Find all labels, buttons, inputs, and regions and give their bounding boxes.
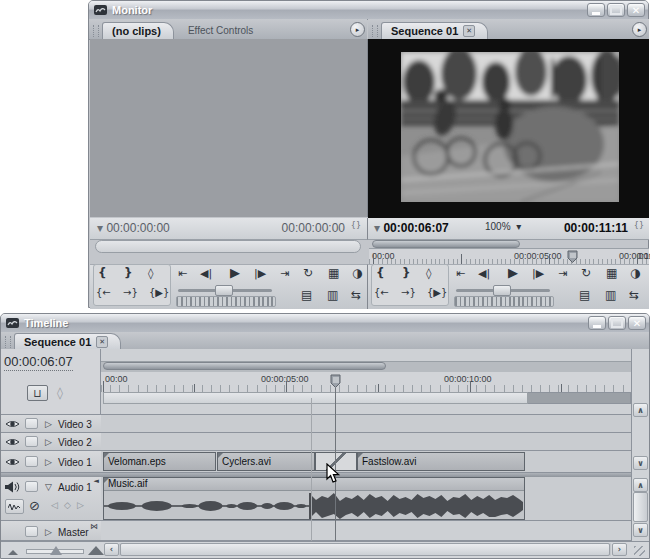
track-header-video3[interactable]: ▷ Video 3 [1,415,101,433]
marker-button[interactable]: ◊ [148,267,153,280]
goto-out-button[interactable]: →} [123,287,138,298]
track-name[interactable]: Video 3 [58,419,92,430]
track-lock-toggle[interactable] [25,418,38,429]
goto-in-button[interactable]: {← [96,287,111,298]
monitor-titlebar[interactable]: Monitor ✕ [89,1,648,20]
set-in-button[interactable]: { [376,266,385,280]
step-back-button[interactable]: ◀| [200,267,212,280]
minimize-button[interactable] [587,3,605,17]
goto-next-edit-button[interactable]: ⇥ [558,267,567,280]
track-lock-toggle[interactable] [25,526,38,537]
track-name[interactable]: Video 1 [58,457,92,468]
loop-button[interactable]: ↻ [303,266,313,280]
track-lock-toggle[interactable] [25,481,38,492]
previous-keyframe-icon[interactable]: ◁ [51,500,58,510]
audio-scroll-thumb[interactable] [633,492,648,522]
step-forward-button[interactable]: |▶ [532,267,544,280]
overlay-button[interactable]: ▥ [327,288,338,302]
resize-grip[interactable] [634,546,645,556]
take-audio-video-button[interactable]: ⇆ [351,288,361,302]
step-back-button[interactable]: ◀| [478,267,490,280]
track-name[interactable]: Video 2 [58,437,92,448]
program-panel-menu-icon[interactable]: ▸ [632,22,647,37]
program-time-ruler[interactable]: 00:00 00:00:05:00 00:00:10:00 00: [369,248,649,265]
clip-cyclers[interactable]: Cyclers.avi [217,452,315,471]
timeline-viewing-area-bar[interactable] [103,362,386,370]
track-master-content[interactable] [101,521,631,541]
timeline-titlebar[interactable]: Timeline ✕ [1,314,649,333]
track-lock-toggle[interactable] [25,436,38,447]
set-marker-icon[interactable]: ◊ [57,386,63,400]
zoom-in-icon[interactable] [88,546,104,555]
track-header-video1[interactable]: ▷ Video 1 [1,451,101,473]
add-keyframe-icon[interactable]: ◇ [64,500,71,510]
work-area-bar[interactable] [103,392,528,404]
goto-in-button[interactable]: {← [374,287,389,298]
panel-grip[interactable] [93,25,99,37]
audio-scroll-up-button[interactable]: ∧ [633,478,648,492]
program-shuttle-thumb[interactable] [493,285,511,296]
next-keyframe-icon[interactable]: ▷ [77,500,84,510]
output-button[interactable]: ◑ [630,266,640,280]
lift-button[interactable]: ▤ [579,288,590,302]
source-panel-menu-icon[interactable]: ▸ [350,22,365,37]
collapse-track-icon[interactable]: ▽ [45,482,52,492]
close-button[interactable]: ✕ [627,3,645,17]
expand-track-icon[interactable]: ▷ [45,457,52,467]
source-scrub-bar[interactable] [95,240,361,253]
toggle-track-output-eye-icon[interactable] [5,457,20,467]
clip-veloman[interactable]: Veloman.eps [103,452,216,471]
extract-button[interactable]: ▥ [605,288,616,302]
toggle-track-output-eye-icon[interactable] [5,437,20,447]
tab-sequence-01[interactable]: Sequence 01 ✕ [381,22,488,39]
tab-effect-controls[interactable]: Effect Controls [174,21,267,39]
export-frame-button[interactable]: ⇆ [629,288,639,302]
track-header-master[interactable]: ▷ Master ⋈ [1,521,101,541]
program-cti-marker[interactable] [567,250,578,263]
play-button[interactable]: ▶ [230,265,240,280]
maximize-button[interactable] [608,316,626,330]
goto-out-button[interactable]: →} [401,287,416,298]
zoom-dropdown-icon[interactable]: ▾ [516,221,521,232]
timeline-current-time[interactable]: 00:00:06:07 [4,354,73,371]
track-header-video2[interactable]: ▷ Video 2 [1,433,101,451]
track-name[interactable]: Audio 1 [58,482,92,493]
expand-track-icon[interactable]: ▷ [45,419,52,429]
hscroll-thumb[interactable] [120,543,610,556]
goto-previous-marker-button[interactable]: ⇤ [178,267,187,280]
source-current-time[interactable]: 00:00:00:00 [106,221,169,235]
expand-track-icon[interactable]: ▷ [45,437,52,447]
track-audio1-content[interactable]: Music.aif [101,477,631,521]
panel-grip[interactable] [372,25,378,37]
goto-next-marker-button[interactable]: ⇥ [280,267,289,280]
timeline-time-ruler[interactable]: 00:00 00:00:05:00 00:00:10:00 [101,372,631,392]
hscroll-right-button[interactable]: › [612,543,627,556]
safe-margins-button[interactable]: ▦ [606,266,617,280]
track-lock-toggle[interactable] [25,456,38,467]
step-forward-button[interactable]: |▶ [254,267,266,280]
snap-button[interactable]: ⊔ [27,385,48,401]
close-button[interactable]: ✕ [628,316,646,330]
clip-fastslow[interactable]: Fastslow.avi [357,452,525,471]
track-video3-content[interactable] [101,415,631,433]
output-button[interactable]: ◑ [352,266,362,280]
program-time-dropdown-icon[interactable]: ▾ [374,221,380,235]
expand-track-icon[interactable]: ▷ [45,527,52,537]
source-time-dropdown-icon[interactable]: ▾ [97,221,103,235]
maximize-button[interactable] [607,3,625,17]
program-current-time[interactable]: 00:00:06:07 [383,221,448,235]
hscroll-left-button[interactable]: ‹ [104,543,119,556]
source-jog-wheel[interactable] [176,296,276,307]
loop-button[interactable]: ↻ [581,266,591,280]
clip-music[interactable]: Music.aif [103,477,525,520]
minimize-button[interactable] [588,316,606,330]
toggle-track-output-speaker-icon[interactable] [4,481,20,493]
panel-grip[interactable] [5,336,11,348]
set-out-button[interactable]: } [124,266,133,280]
set-out-button[interactable]: } [402,266,411,280]
track-header-audio1[interactable]: ▽ Audio 1 ◄ ⊘ ◁ ◇ ▷ [1,477,101,521]
toggle-track-output-eye-icon[interactable] [5,419,20,429]
waveform-display-button[interactable] [5,499,24,514]
program-jog-wheel[interactable] [454,296,554,307]
zoom-slider-thumb[interactable] [50,546,62,555]
